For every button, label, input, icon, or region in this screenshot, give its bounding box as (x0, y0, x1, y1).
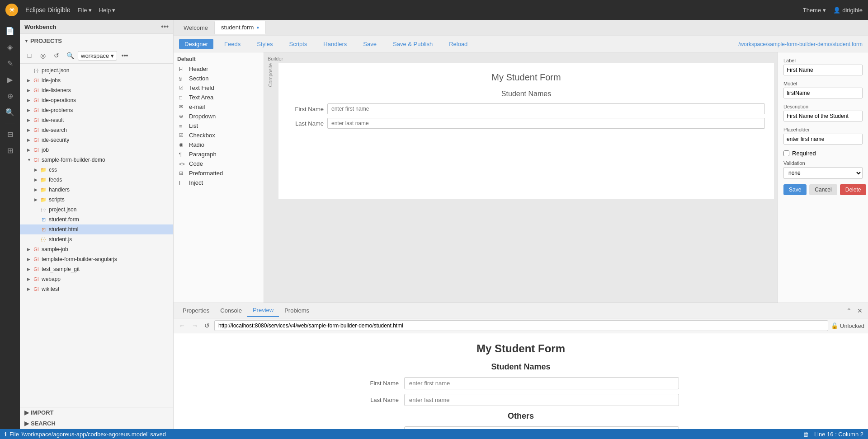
more-btn[interactable]: ••• (119, 50, 131, 61)
palette-preformatted[interactable]: ⊞ Preformatted (177, 168, 260, 178)
new-file-btn[interactable]: □ (24, 50, 35, 61)
tree-item-wikitest[interactable]: ▶ GI wikitest (20, 284, 173, 294)
tree-item-ide-security[interactable]: ▶ GI ide-security (20, 135, 173, 145)
tree-item-ide-listeners[interactable]: ▶ GI ide-listeners (20, 85, 173, 95)
tree-item-job[interactable]: ▶ GI job (20, 145, 173, 155)
tab-problems[interactable]: Problems (279, 304, 315, 317)
tree-item-name: ide-search (42, 127, 67, 133)
status-bar: ℹ File '/workspace/agoreus-app/codbex-ag… (0, 429, 868, 439)
search-btn[interactable]: 🔍 (64, 50, 76, 61)
sidebar-menu-dots[interactable]: ••• (161, 23, 169, 31)
icon-grid[interactable]: ⊞ (3, 143, 17, 158)
preview-input-lastname[interactable] (404, 394, 679, 406)
refresh-btn[interactable]: ↺ (51, 50, 62, 61)
tab-console[interactable]: Console (215, 304, 247, 317)
tab-preview[interactable]: Preview (247, 304, 279, 317)
validation-select[interactable]: none email number url (783, 167, 863, 179)
icon-run[interactable]: ▶ (3, 72, 17, 87)
label-field-input[interactable] (783, 65, 863, 75)
palette-email[interactable]: ✉ e-mail (177, 102, 260, 112)
tab-feeds[interactable]: Feeds (219, 39, 246, 49)
tab-save-publish[interactable]: Save & Publish (387, 39, 438, 49)
tree-item-ide-operations[interactable]: ▶ GI ide-operations (20, 95, 173, 105)
tree-item-sample-form[interactable]: ▼ GI sample-form-builder-demo (20, 155, 173, 165)
tree-item-project-json-sub[interactable]: {·} project.json (20, 205, 173, 215)
icon-add[interactable]: ⊕ (3, 89, 17, 103)
projects-section-header[interactable]: ▼ PROJECTS (20, 36, 173, 46)
search-section[interactable]: ▶ SEARCH (20, 418, 173, 429)
import-section[interactable]: ▶ IMPORT (20, 407, 173, 418)
tab-handlers[interactable]: Handlers (318, 39, 352, 49)
inject-icon: I (179, 180, 186, 186)
url-input[interactable] (214, 320, 828, 331)
placeholder-field-input[interactable] (783, 134, 863, 145)
tab-properties[interactable]: Properties (177, 304, 215, 317)
prop-model-group: Model (783, 81, 863, 98)
git-icon: GI (33, 146, 40, 154)
description-field-input[interactable] (783, 111, 863, 121)
forward-btn[interactable]: → (190, 321, 200, 330)
field-input-firstname[interactable] (327, 103, 765, 114)
palette-header[interactable]: H Header (177, 64, 260, 74)
workspace-dropdown[interactable]: workspace ▾ (78, 51, 117, 61)
back-btn[interactable]: ← (177, 321, 187, 330)
tree-item-css[interactable]: ▶ 📁 css (20, 165, 173, 175)
palette-checkbox[interactable]: ☑ Checkbox (177, 131, 260, 140)
tree-item-handlers[interactable]: ▶ 📁 handlers (20, 185, 173, 195)
palette-radio[interactable]: ◉ Radio (177, 140, 260, 149)
palette-inject[interactable]: I Inject (177, 178, 260, 187)
close-status-btn[interactable]: 🗑 (803, 431, 809, 438)
palette-paragraph[interactable]: ¶ Paragraph (177, 149, 260, 159)
theme-button[interactable]: Theme ▾ (803, 7, 826, 14)
tab-welcome[interactable]: Welcome (177, 22, 215, 34)
description-field-label: Description (783, 104, 863, 109)
tab-student-form[interactable]: student.form ● (215, 21, 266, 34)
expand-btn[interactable]: ⌃ (844, 306, 854, 315)
preview-input-firstname[interactable] (404, 377, 679, 389)
close-panel-btn[interactable]: ✕ (855, 306, 864, 315)
tree-item-student-html[interactable]: ⊡ student.html (20, 224, 173, 234)
tree-item-ide-search[interactable]: ▶ GI ide-search (20, 125, 173, 135)
tree-item-project-json[interactable]: {·} project.json (20, 65, 173, 75)
required-checkbox[interactable] (783, 150, 789, 156)
model-field-input[interactable] (783, 88, 863, 98)
tab-reload[interactable]: Reload (443, 39, 473, 49)
tree-item-scripts[interactable]: ▶ 📁 scripts (20, 195, 173, 205)
open-btn[interactable]: ◎ (37, 50, 49, 61)
palette-paragraph-label: Paragraph (189, 151, 217, 158)
tree-item-student-form[interactable]: ⊡ student.form (20, 215, 173, 224)
icon-git[interactable]: ◈ (3, 40, 17, 54)
tree-item-test-sample[interactable]: ▶ GI test_sample_git (20, 264, 173, 274)
tab-scripts[interactable]: Scripts (284, 39, 313, 49)
tree-item-feeds[interactable]: ▶ 📁 feeds (20, 175, 173, 185)
delete-button[interactable]: Delete (840, 184, 867, 195)
tab-styles[interactable]: Styles (251, 39, 278, 49)
icon-database[interactable]: ⊟ (3, 127, 17, 141)
menu-help[interactable]: Help ▾ (99, 7, 116, 14)
tree-item-sample-job[interactable]: ▶ GI sample-job (20, 244, 173, 254)
palette-textarea[interactable]: □ Text Area (177, 93, 260, 102)
palette-section-item[interactable]: § Section (177, 74, 260, 83)
reload-btn[interactable]: ↺ (203, 321, 212, 330)
user-button[interactable]: 👤 dirigible (833, 7, 863, 14)
icon-edit[interactable]: ✎ (3, 56, 17, 70)
tree-item-webapp[interactable]: ▶ GI webapp (20, 274, 173, 284)
icon-search-bar[interactable]: 🔍 (3, 105, 17, 119)
tree-item-ide-jobs[interactable]: ▶ GI ide-jobs (20, 75, 173, 85)
palette-list[interactable]: ≡ List (177, 121, 260, 131)
palette-dropdown[interactable]: ⊕ Dropdown (177, 112, 260, 121)
tree-item-ide-problems[interactable]: ▶ GI ide-problems (20, 105, 173, 115)
tree-item-template[interactable]: ▶ GI template-form-builder-angularjs (20, 254, 173, 264)
menu-file[interactable]: File ▾ (78, 7, 92, 14)
icon-files[interactable]: 📄 (3, 23, 17, 38)
palette-textfield[interactable]: ☑ Text Field (177, 83, 260, 93)
palette-code[interactable]: <> Code (177, 159, 260, 168)
cancel-button[interactable]: Cancel (809, 184, 837, 195)
tree-item-ide-result[interactable]: ▶ GI ide-result (20, 115, 173, 125)
tree-item-student-js[interactable]: {·} student.js (20, 234, 173, 244)
tab-save[interactable]: Save (358, 39, 382, 49)
tab-designer[interactable]: Designer (179, 39, 213, 49)
file-path[interactable]: /workspace/sample-form-builder-demo/stud… (738, 41, 863, 47)
save-button[interactable]: Save (783, 184, 807, 195)
field-input-lastname[interactable] (327, 118, 765, 129)
